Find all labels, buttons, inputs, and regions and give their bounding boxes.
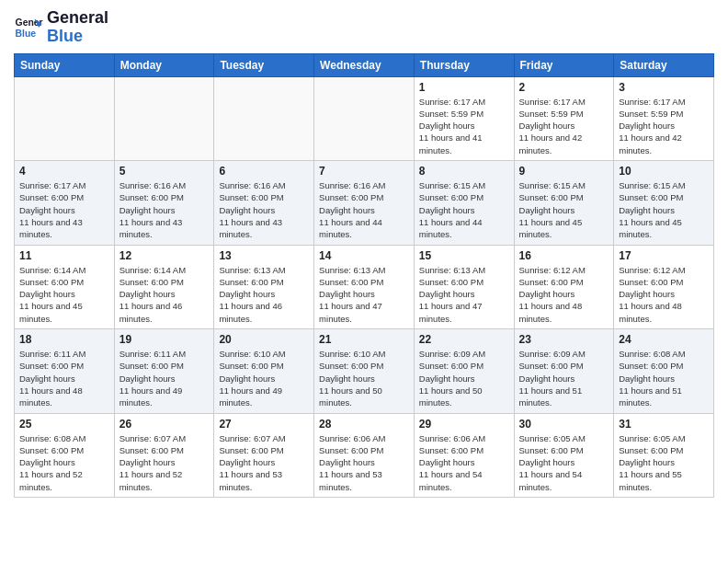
day-header-tuesday: Tuesday (214, 53, 314, 76)
day-number: 24 (619, 333, 709, 346)
calendar-week-4: 18Sunrise: 6:11 AMSunset: 6:00 PMDayligh… (15, 329, 714, 413)
day-number: 20 (219, 333, 309, 346)
logo-text-general: General (47, 9, 108, 28)
day-info: Sunrise: 6:12 AMSunset: 6:00 PMDaylight … (619, 264, 709, 325)
calendar-cell: 29Sunrise: 6:06 AMSunset: 6:00 PMDayligh… (414, 413, 514, 497)
day-number: 27 (219, 418, 309, 431)
day-header-wednesday: Wednesday (314, 53, 415, 76)
day-info: Sunrise: 6:15 AMSunset: 6:00 PMDaylight … (619, 179, 709, 240)
day-number: 16 (519, 249, 609, 262)
calendar-cell: 16Sunrise: 6:12 AMSunset: 6:00 PMDayligh… (514, 245, 614, 328)
day-info: Sunrise: 6:10 AMSunset: 6:00 PMDaylight … (219, 348, 309, 408)
calendar-cell (15, 76, 115, 160)
calendar-cell: 14Sunrise: 6:13 AMSunset: 6:00 PMDayligh… (314, 245, 415, 328)
day-header-sunday: Sunday (15, 53, 115, 76)
day-number: 1 (419, 81, 509, 94)
calendar-cell: 22Sunrise: 6:09 AMSunset: 6:00 PMDayligh… (414, 329, 514, 413)
day-number: 11 (19, 249, 109, 262)
calendar-cell: 8Sunrise: 6:15 AMSunset: 6:00 PMDaylight… (414, 161, 514, 245)
calendar-cell: 27Sunrise: 6:07 AMSunset: 6:00 PMDayligh… (214, 413, 314, 497)
day-number: 23 (519, 333, 609, 346)
day-info: Sunrise: 6:17 AMSunset: 5:59 PMDaylight … (419, 96, 509, 156)
calendar-cell: 5Sunrise: 6:16 AMSunset: 6:00 PMDaylight… (114, 161, 214, 245)
calendar-cell: 7Sunrise: 6:16 AMSunset: 6:00 PMDaylight… (314, 161, 415, 245)
calendar-cell: 12Sunrise: 6:14 AMSunset: 6:00 PMDayligh… (114, 245, 214, 328)
calendar-cell (114, 76, 214, 160)
calendar-cell: 4Sunrise: 6:17 AMSunset: 6:00 PMDaylight… (15, 161, 115, 245)
calendar-cell: 19Sunrise: 6:11 AMSunset: 6:00 PMDayligh… (114, 329, 214, 413)
day-info: Sunrise: 6:06 AMSunset: 6:00 PMDaylight … (419, 432, 509, 493)
day-info: Sunrise: 6:15 AMSunset: 6:00 PMDaylight … (419, 179, 509, 240)
calendar-cell: 17Sunrise: 6:12 AMSunset: 6:00 PMDayligh… (614, 245, 714, 328)
day-info: Sunrise: 6:13 AMSunset: 6:00 PMDaylight … (219, 264, 309, 325)
day-number: 17 (619, 249, 709, 262)
day-header-monday: Monday (114, 53, 214, 76)
day-number: 21 (319, 333, 409, 346)
day-info: Sunrise: 6:05 AMSunset: 6:00 PMDaylight … (619, 432, 709, 493)
day-info: Sunrise: 6:16 AMSunset: 6:00 PMDaylight … (119, 179, 210, 240)
calendar-cell: 28Sunrise: 6:06 AMSunset: 6:00 PMDayligh… (314, 413, 415, 497)
day-info: Sunrise: 6:08 AMSunset: 6:00 PMDaylight … (619, 348, 709, 408)
logo-text-blue: Blue (47, 28, 108, 46)
calendar-cell: 18Sunrise: 6:11 AMSunset: 6:00 PMDayligh… (15, 329, 115, 413)
day-info: Sunrise: 6:13 AMSunset: 6:00 PMDaylight … (419, 264, 509, 325)
day-info: Sunrise: 6:12 AMSunset: 6:00 PMDaylight … (519, 264, 609, 325)
day-number: 31 (619, 418, 709, 431)
day-number: 13 (219, 249, 309, 262)
day-number: 15 (419, 249, 509, 262)
calendar-cell: 25Sunrise: 6:08 AMSunset: 6:00 PMDayligh… (15, 413, 115, 497)
day-number: 2 (519, 81, 609, 94)
day-number: 30 (519, 418, 609, 431)
calendar-cell: 1Sunrise: 6:17 AMSunset: 5:59 PMDaylight… (414, 76, 514, 160)
calendar-cell: 20Sunrise: 6:10 AMSunset: 6:00 PMDayligh… (214, 329, 314, 413)
calendar-cell: 23Sunrise: 6:09 AMSunset: 6:00 PMDayligh… (514, 329, 614, 413)
calendar-cell: 6Sunrise: 6:16 AMSunset: 6:00 PMDaylight… (214, 161, 314, 245)
day-info: Sunrise: 6:11 AMSunset: 6:00 PMDaylight … (119, 348, 210, 408)
calendar-cell: 31Sunrise: 6:05 AMSunset: 6:00 PMDayligh… (614, 413, 714, 497)
day-number: 4 (19, 165, 109, 178)
day-number: 8 (419, 165, 509, 178)
day-number: 5 (119, 165, 210, 178)
day-info: Sunrise: 6:16 AMSunset: 6:00 PMDaylight … (219, 179, 309, 240)
day-number: 14 (319, 249, 409, 262)
day-header-friday: Friday (514, 53, 614, 76)
day-info: Sunrise: 6:17 AMSunset: 5:59 PMDaylight … (519, 96, 609, 156)
calendar-cell (214, 76, 314, 160)
day-info: Sunrise: 6:17 AMSunset: 6:00 PMDaylight … (19, 179, 109, 240)
calendar-cell: 30Sunrise: 6:05 AMSunset: 6:00 PMDayligh… (514, 413, 614, 497)
day-number: 7 (319, 165, 409, 178)
day-info: Sunrise: 6:14 AMSunset: 6:00 PMDaylight … (19, 264, 109, 325)
day-header-thursday: Thursday (414, 53, 514, 76)
day-info: Sunrise: 6:17 AMSunset: 5:59 PMDaylight … (619, 96, 709, 156)
calendar-table: SundayMondayTuesdayWednesdayThursdayFrid… (14, 53, 714, 498)
day-number: 9 (519, 165, 609, 178)
day-number: 18 (19, 333, 109, 346)
day-number: 26 (119, 418, 210, 431)
calendar-week-5: 25Sunrise: 6:08 AMSunset: 6:00 PMDayligh… (15, 413, 714, 497)
calendar-cell: 9Sunrise: 6:15 AMSunset: 6:00 PMDaylight… (514, 161, 614, 245)
day-info: Sunrise: 6:07 AMSunset: 6:00 PMDaylight … (219, 432, 309, 493)
calendar-cell (314, 76, 415, 160)
day-number: 22 (419, 333, 509, 346)
day-number: 19 (119, 333, 210, 346)
day-info: Sunrise: 6:07 AMSunset: 6:00 PMDaylight … (119, 432, 210, 493)
logo: General Blue General Blue (14, 9, 108, 46)
day-info: Sunrise: 6:09 AMSunset: 6:00 PMDaylight … (519, 348, 609, 408)
calendar-cell: 26Sunrise: 6:07 AMSunset: 6:00 PMDayligh… (114, 413, 214, 497)
day-info: Sunrise: 6:15 AMSunset: 6:00 PMDaylight … (519, 179, 609, 240)
day-info: Sunrise: 6:13 AMSunset: 6:00 PMDaylight … (319, 264, 409, 325)
day-info: Sunrise: 6:06 AMSunset: 6:00 PMDaylight … (319, 432, 409, 493)
calendar-cell: 13Sunrise: 6:13 AMSunset: 6:00 PMDayligh… (214, 245, 314, 328)
day-info: Sunrise: 6:14 AMSunset: 6:00 PMDaylight … (119, 264, 210, 325)
logo-icon: General Blue (14, 13, 43, 42)
day-info: Sunrise: 6:05 AMSunset: 6:00 PMDaylight … (519, 432, 609, 493)
page-container: General Blue General Blue SundayMondayTu… (0, 0, 728, 507)
calendar-cell: 10Sunrise: 6:15 AMSunset: 6:00 PMDayligh… (614, 161, 714, 245)
day-header-saturday: Saturday (614, 53, 714, 76)
calendar-cell: 11Sunrise: 6:14 AMSunset: 6:00 PMDayligh… (15, 245, 115, 328)
day-info: Sunrise: 6:11 AMSunset: 6:00 PMDaylight … (19, 348, 109, 408)
day-number: 3 (619, 81, 709, 94)
calendar-cell: 2Sunrise: 6:17 AMSunset: 5:59 PMDaylight… (514, 76, 614, 160)
day-number: 12 (119, 249, 210, 262)
svg-text:Blue: Blue (16, 28, 37, 38)
